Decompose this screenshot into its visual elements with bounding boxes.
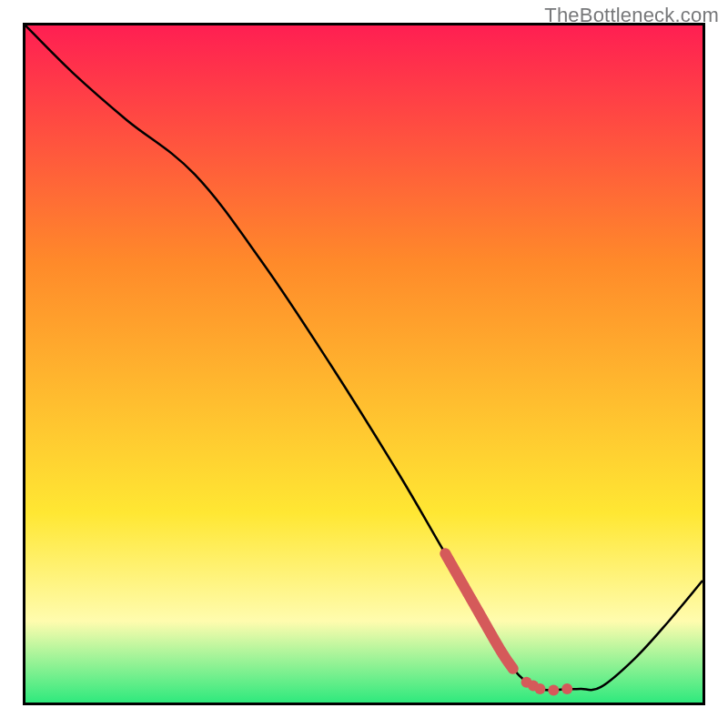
trend-dot (561, 683, 572, 694)
bottleneck-plot (25, 25, 703, 703)
trend-dot (548, 685, 559, 696)
gradient-background (25, 25, 703, 703)
plot-frame (23, 23, 705, 705)
trend-dot (534, 683, 545, 694)
chart-canvas: TheBottleneck.com (0, 0, 728, 728)
